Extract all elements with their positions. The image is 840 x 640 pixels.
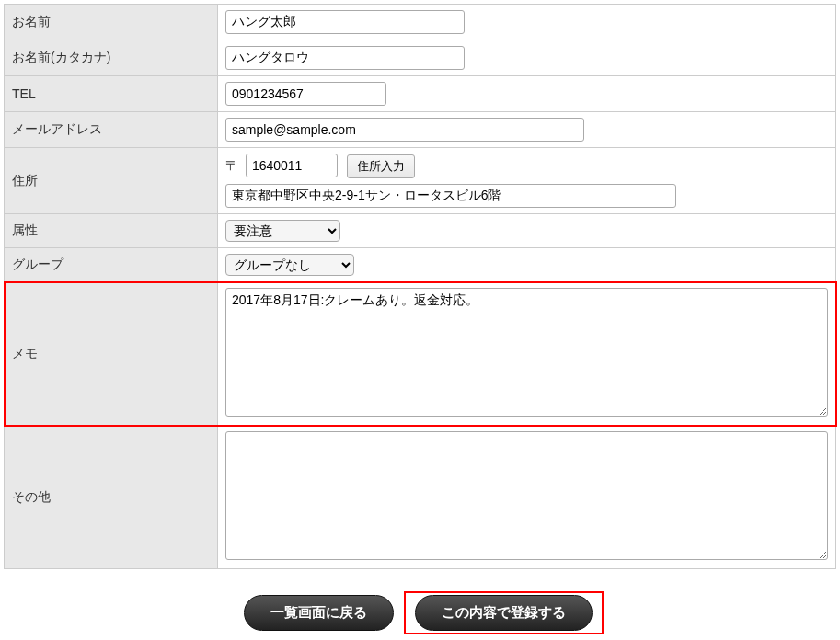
address-label: 住所 (5, 148, 218, 214)
tel-cell (218, 76, 836, 112)
other-label: その他 (5, 426, 218, 569)
postal-symbol: 〒 (225, 158, 238, 173)
email-input[interactable] (225, 118, 584, 142)
memo-cell (218, 282, 836, 426)
name-label: お名前 (5, 5, 218, 40)
memo-label: メモ (5, 282, 218, 426)
group-select[interactable]: グループなし (225, 254, 354, 276)
tel-input[interactable] (225, 82, 386, 106)
email-label: メールアドレス (5, 112, 218, 148)
address-input[interactable] (225, 184, 676, 208)
attribute-select[interactable]: 要注意 (225, 220, 340, 242)
kana-cell (218, 40, 836, 76)
group-label: グループ (5, 248, 218, 282)
address-lookup-button[interactable]: 住所入力 (347, 154, 415, 178)
form-buttons-row: 一覧画面に戻る この内容で登録する (4, 591, 836, 634)
kana-input[interactable] (225, 46, 465, 70)
submit-highlight-wrap: この内容で登録する (404, 591, 604, 634)
memo-textarea[interactable] (225, 288, 828, 417)
memo-row-highlighted: メモ (5, 282, 836, 426)
kana-label: お名前(カタカナ) (5, 40, 218, 76)
attribute-label: 属性 (5, 214, 218, 248)
name-input[interactable] (225, 10, 465, 34)
back-button[interactable]: 一覧画面に戻る (244, 595, 394, 631)
address-cell: 〒 住所入力 (218, 148, 836, 214)
tel-label: TEL (5, 76, 218, 112)
postal-input[interactable] (246, 154, 338, 177)
attribute-cell: 要注意 (218, 214, 836, 248)
email-cell (218, 112, 836, 148)
customer-form-table: お名前 お名前(カタカナ) TEL メールアドレス 住所 〒 住所入力 (4, 4, 836, 569)
name-cell (218, 5, 836, 40)
other-textarea[interactable] (225, 431, 828, 560)
other-cell (218, 426, 836, 569)
group-cell: グループなし (218, 248, 836, 282)
submit-button[interactable]: この内容で登録する (415, 595, 593, 631)
